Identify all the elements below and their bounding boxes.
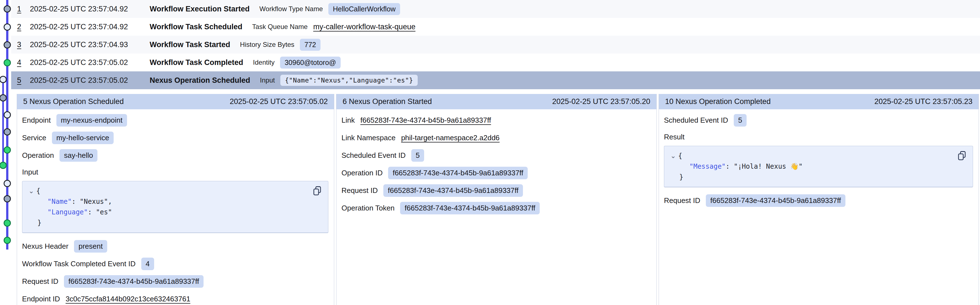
service-badge: my-hello-service (52, 131, 114, 144)
endpoint-badge: my-nexus-endpoint (56, 114, 127, 126)
event-detail-value-badge: HelloCallerWorkflow (328, 3, 400, 15)
panel-body: Scheduled Event ID 5 Result ⌄ {"Message"… (659, 109, 978, 217)
event-type-name: Workflow Task Scheduled (150, 22, 242, 31)
detail-row-service: Service my-hello-service (22, 131, 328, 144)
panel-body: Endpoint my-nexus-endpoint Service my-he… (17, 109, 334, 305)
timeline-dot-event-11 (4, 180, 11, 187)
operation-badge: say-hello (59, 149, 97, 162)
input-section-label-row: Input (22, 166, 328, 178)
json-code: {"Message": "¡Hola! Nexus 👋"} (678, 150, 966, 182)
event-type-name: Workflow Task Started (150, 40, 230, 49)
event-row-3[interactable]: 3 2025-02-25 UTC 23:57:04.93 Workflow Ta… (11, 36, 980, 54)
detail-row-scheduled-event-id: Scheduled Event ID 5 (664, 114, 973, 126)
event-row-1[interactable]: 1 2025-02-25 UTC 23:57:04.92 Workflow Ex… (11, 0, 980, 18)
detail-panel-nexus-operation-completed: 10 Nexus Operation Completed 2025-02-25 … (659, 94, 979, 305)
detail-panel-nexus-operation-scheduled: 5 Nexus Operation Scheduled 2025-02-25 U… (17, 94, 334, 305)
event-type-name: Workflow Task Completed (150, 58, 243, 67)
wtc-event-id-badge: 4 (141, 258, 154, 270)
timeline-dot-event-4 (4, 59, 11, 66)
event-detail-value-badge: 30960@totoro@ (280, 57, 340, 69)
event-id-link[interactable]: 5 (17, 76, 30, 85)
panel-header: 5 Nexus Operation Scheduled 2025-02-25 U… (17, 94, 334, 109)
detail-row-request-id: Request ID f665283f-743e-4374-b45b-9a61a… (664, 194, 973, 207)
event-input-json-badge: {"Name":"Nexus","Language":"es"} (280, 75, 417, 86)
detail-row-request-id: Request ID f665283f-743e-4374-b45b-9a61a… (22, 275, 328, 288)
detail-label: Endpoint (22, 116, 51, 125)
request-id-badge: f665283f-743e-4374-b45b-9a61a89337ff (64, 275, 204, 288)
scheduled-event-id-badge: 5 (734, 114, 746, 126)
collapse-chevron-icon[interactable]: ⌄ (670, 152, 676, 160)
event-detail-label: Identity (253, 58, 274, 66)
detail-label: Endpoint ID (22, 295, 60, 303)
link-namespace-link[interactable]: phil-target-namespace2.a2dd6 (401, 134, 500, 142)
event-timestamp: 2025-02-25 UTC 23:57:05.02 (30, 76, 150, 85)
event-history-timeline (0, 0, 12, 305)
event-detail-label: Task Queue Name (252, 23, 308, 31)
timeline-dot-event-13 (4, 220, 11, 227)
detail-label: Request ID (664, 196, 700, 205)
event-detail-value-badge: 772 (300, 39, 321, 51)
input-json-viewer: ⌄ {"Name": "Nexus","Language": "es"} (22, 181, 328, 233)
detail-row-operation: Operation say-hello (22, 149, 328, 162)
timeline-nexus-branch-line (2, 79, 4, 166)
event-timestamp: 2025-02-25 UTC 23:57:04.93 (30, 40, 150, 49)
result-json-viewer: ⌄ {"Message": "¡Hola! Nexus 👋"} (664, 146, 973, 187)
detail-label: Operation ID (342, 169, 382, 177)
collapse-chevron-icon[interactable]: ⌄ (29, 187, 34, 195)
panel-timestamp: 2025-02-25 UTC 23:57:05.23 (875, 97, 972, 106)
input-label: Input (22, 168, 38, 177)
event-row-5-selected[interactable]: 5 2025-02-25 UTC 23:57:05.02 Nexus Opera… (11, 71, 980, 89)
event-detail-label: History Size Bytes (240, 41, 294, 49)
detail-row-scheduled-event-id: Scheduled Event ID 5 (342, 149, 651, 162)
detail-row-wtc-event-id: Workflow Task Completed Event ID 4 (22, 257, 328, 270)
panel-title: 6 Nexus Operation Started (342, 97, 432, 106)
event-row-2[interactable]: 2 2025-02-25 UTC 23:57:04.92 Workflow Ta… (11, 18, 980, 36)
detail-label: Scheduled Event ID (664, 116, 728, 125)
detail-row-link-namespace: Link Namespace phil-target-namespace2.a2… (342, 131, 651, 144)
detail-row-endpoint: Endpoint my-nexus-endpoint (22, 114, 328, 126)
operation-id-badge: f665283f-743e-4374-b45b-9a61a89337ff (388, 167, 528, 179)
event-detail-label: Workflow Type Name (259, 5, 323, 13)
link-link[interactable]: f665283f-743e-4374-b45b-9a61a89337ff (360, 116, 491, 125)
event-id-link[interactable]: 4 (17, 58, 30, 67)
event-id-link[interactable]: 3 (17, 40, 30, 49)
detail-row-request-id: Request ID f665283f-743e-4374-b45b-9a61a… (342, 184, 651, 197)
json-code: {"Name": "Nexus","Language": "es"} (36, 186, 321, 228)
event-detail-label: Input (260, 76, 275, 84)
task-queue-link[interactable]: my-caller-workflow-task-queue (313, 22, 415, 31)
detail-label: Request ID (22, 277, 58, 286)
detail-label: Operation (22, 151, 54, 160)
timeline-dot-event-3 (4, 41, 11, 49)
detail-row-endpoint-id: Endpoint ID 3c0c75ccfa8144b092c13ce63246… (22, 292, 328, 305)
detail-label: Link Namespace (342, 134, 396, 142)
timeline-dot-event-9 (4, 146, 11, 153)
result-label: Result (664, 133, 685, 141)
operation-token-badge: f665283f-743e-4374-b45b-9a61a89337ff (400, 202, 540, 214)
detail-label: Scheduled Event ID (342, 151, 406, 160)
event-id-link[interactable]: 1 (17, 5, 30, 13)
request-id-badge: f665283f-743e-4374-b45b-9a61a89337ff (706, 194, 845, 207)
copy-icon[interactable] (312, 186, 322, 196)
detail-row-operation-id: Operation ID f665283f-743e-4374-b45b-9a6… (342, 166, 651, 179)
timeline-dot-event-7 (4, 111, 11, 119)
timeline-dot-event-12 (4, 195, 11, 202)
detail-label: Service (22, 134, 46, 142)
timeline-dot-event-2 (4, 24, 11, 31)
detail-row-operation-token: Operation Token f665283f-743e-4374-b45b-… (342, 202, 651, 214)
nexus-header-badge: present (74, 240, 107, 253)
timeline-dot-event-6 (0, 94, 7, 101)
copy-icon[interactable] (957, 150, 967, 161)
timeline-dot-event-14 (4, 237, 11, 244)
event-row-4[interactable]: 4 2025-02-25 UTC 23:57:05.02 Workflow Ta… (11, 54, 980, 71)
timeline-dot-event-5 (0, 76, 7, 83)
event-timestamp: 2025-02-25 UTC 23:57:04.92 (30, 22, 150, 31)
detail-panel-nexus-operation-started: 6 Nexus Operation Started 2025-02-25 UTC… (336, 94, 657, 305)
panel-header: 6 Nexus Operation Started 2025-02-25 UTC… (336, 94, 656, 109)
detail-label: Request ID (342, 186, 378, 195)
event-history-list: 1 2025-02-25 UTC 23:57:04.92 Workflow Ex… (11, 0, 980, 89)
scheduled-event-id-badge: 5 (411, 149, 424, 162)
result-section-label-row: Result (664, 131, 973, 142)
panel-body: Link f665283f-743e-4374-b45b-9a61a89337f… (336, 109, 656, 225)
event-id-link[interactable]: 2 (17, 22, 30, 31)
endpoint-id-link[interactable]: 3c0c75ccfa8144b092c13ce632463761 (65, 295, 191, 303)
